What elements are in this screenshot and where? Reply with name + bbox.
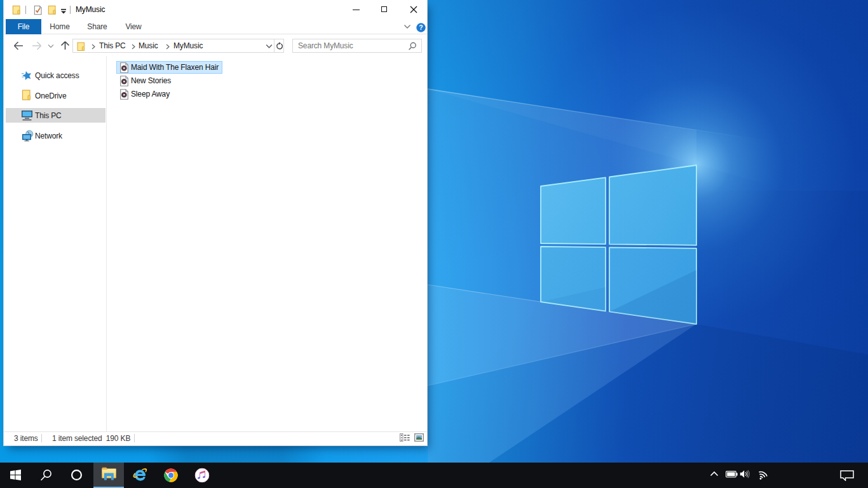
svg-text:?: ?: [419, 24, 423, 31]
